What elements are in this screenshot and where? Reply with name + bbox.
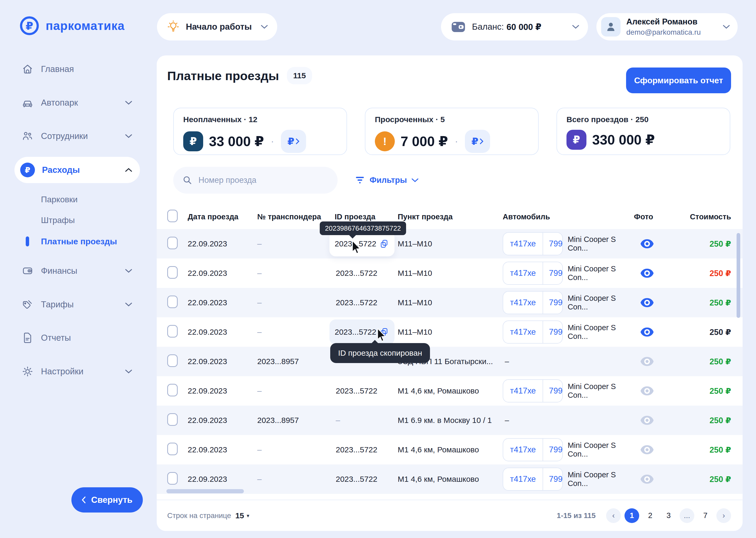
page-button-1[interactable]: 1 (625, 508, 639, 523)
cell-date: 22.09.2023 (186, 386, 255, 395)
chevron-down-icon (412, 178, 418, 182)
column-header-price[interactable]: Стоимость (688, 213, 731, 221)
cell-date: 22.09.2023 (186, 328, 255, 337)
photo-eye-icon[interactable] (640, 472, 654, 486)
sidebar-item-settings[interactable]: Настройки (15, 358, 140, 385)
cell-point: М1 4,6 км, Ромашково (396, 445, 500, 454)
page-button-2[interactable]: 2 (643, 508, 658, 523)
column-header-transponder[interactable]: № транспондера (255, 213, 333, 221)
cell-trip-id: 2023...5722 (333, 378, 396, 404)
cell-photo (632, 443, 677, 457)
photo-eye-icon[interactable] (640, 443, 654, 457)
table-row[interactable]: 22.09.2023 – 2023...5722 М1 4,6 км, Рома… (157, 435, 743, 464)
car-name: Mini Cooper S Con... (568, 265, 632, 282)
cell-trip-id: 2023...5722 (333, 319, 396, 345)
column-header-trip-id[interactable]: ID проезда (333, 213, 396, 221)
cell-transponder: 2023...8957 (255, 357, 333, 366)
gear-icon (21, 365, 34, 378)
collapse-label: Свернуть (91, 495, 132, 505)
balance-value: 60 000 ₽ (507, 22, 542, 32)
balance-menu[interactable]: Баланс: 60 000 ₽ (441, 13, 588, 40)
row-checkbox[interactable] (167, 296, 178, 308)
column-header-point[interactable]: Пункт проезда (396, 213, 500, 221)
price: 250 ₽ (710, 328, 731, 337)
row-checkbox[interactable] (167, 413, 178, 426)
search-input[interactable] (199, 176, 324, 185)
page-button-‹[interactable]: ‹ (606, 508, 621, 523)
copy-icon[interactable] (379, 239, 389, 249)
lightbulb-icon (166, 20, 180, 34)
wallet-icon (450, 19, 467, 35)
sidebar-item-toll-passages[interactable]: Платные проезды (15, 232, 140, 251)
page-button-7[interactable]: 7 (698, 508, 713, 523)
horizontal-scrollbar[interactable] (166, 489, 244, 493)
chevron-down-icon (125, 134, 132, 138)
parkomatica-app: { "brand": { "name": "паркоматика" }, "h… (0, 0, 756, 538)
row-checkbox[interactable] (167, 384, 178, 397)
photo-eye-icon[interactable] (640, 325, 654, 339)
sidebar-item-label: Расходы (42, 165, 80, 175)
page-button-...[interactable]: ... (680, 508, 694, 523)
vertical-scrollbar[interactable] (736, 233, 740, 318)
table-row[interactable]: 22.09.2023 – 2023...5722 М11–М10 т417хе7… (157, 258, 743, 288)
photo-eye-icon[interactable] (640, 296, 654, 309)
photo-eye-icon[interactable] (640, 355, 654, 368)
sidebar-item-expenses[interactable]: ₽ Расходы (15, 157, 140, 183)
cell-point: М1 4,6 км, Ромашково (396, 386, 500, 395)
user-email: demo@parkomatica.ru (626, 28, 701, 36)
sidebar-item-fleet[interactable]: Автопарк (15, 89, 140, 116)
cell-vehicle: т417хе799 Mini Cooper S Con... (500, 262, 632, 285)
sidebar-item-label: Финансы (41, 266, 77, 276)
cell-transponder: – (255, 239, 333, 248)
column-header-date[interactable]: Дата проезда (186, 213, 255, 221)
page-button-›[interactable]: › (716, 508, 731, 523)
row-checkbox[interactable] (167, 443, 178, 455)
photo-eye-icon[interactable] (640, 237, 654, 250)
user-menu[interactable]: Алексей Романов demo@parkomatica.ru (596, 13, 737, 40)
row-checkbox[interactable] (167, 325, 178, 338)
pay-action-button[interactable]: ₽ (465, 130, 490, 153)
table-row[interactable]: 22.09.2023 2023...8957 – М1 6.9 км. в Мо… (157, 405, 743, 435)
collapse-sidebar-button[interactable]: Свернуть (71, 487, 143, 512)
column-header-photo[interactable]: Фото (632, 213, 677, 221)
sidebar-item-employees[interactable]: Сотрудники (15, 123, 140, 149)
table-row[interactable]: 22.09.2023 – 2023...5722 М11–М10 т417хе7… (157, 229, 743, 258)
sidebar-item-reports[interactable]: Отчеты (15, 325, 140, 351)
stat-label: Всего проездов · 250 (566, 115, 720, 124)
row-checkbox[interactable] (167, 472, 178, 485)
sidebar-item-fines[interactable]: Штрафы (15, 210, 140, 230)
filters-button[interactable]: Фильтры (355, 167, 418, 193)
price: 250 ₽ (710, 298, 731, 307)
sidebar-item-parkings[interactable]: Парковки (15, 189, 140, 209)
stat-card-total: Всего проездов · 250 ₽ 330 000 ₽ (556, 108, 730, 155)
cell-vehicle: т417хе799 Mini Cooper S Con... (500, 232, 632, 255)
table-row[interactable]: 22.09.2023 – 2023...5722 М11–М10 т417хе7… (157, 317, 743, 347)
table-row[interactable]: 22.09.2023 – 2023...5722 М1 4,6 км, Рома… (157, 376, 743, 405)
cell-photo (632, 266, 677, 280)
sidebar-item-home[interactable]: Главная (15, 56, 140, 82)
row-checkbox[interactable] (167, 354, 178, 367)
table-row[interactable]: 22.09.2023 – 2023...5722 М1 4,6 км, Рома… (157, 464, 743, 494)
chevron-left-icon (82, 497, 86, 503)
chevron-down-icon (723, 25, 730, 29)
page-button-3[interactable]: 3 (661, 508, 676, 523)
photo-eye-icon[interactable] (640, 266, 654, 280)
pay-action-button[interactable]: ₽ (281, 130, 306, 153)
sidebar-item-tariffs[interactable]: Тарифы (15, 291, 140, 318)
rows-per-page-value[interactable]: 15 (235, 511, 244, 520)
search-box[interactable] (173, 167, 338, 193)
table-row[interactable]: 22.09.2023 2023...8957 – ЗСД ПВП 11 Бога… (157, 347, 743, 376)
row-checkbox[interactable] (167, 266, 178, 279)
onboarding-menu[interactable]: Начало работы (157, 13, 277, 40)
sidebar-item-finances[interactable]: Финансы (15, 258, 140, 284)
sidebar-subitem-label: Штрафы (41, 215, 75, 225)
generate-report-button[interactable]: Сформировать отчет (626, 68, 731, 93)
select-all-checkbox[interactable] (167, 210, 178, 222)
column-header-vehicle[interactable]: Автомобиль (500, 213, 632, 221)
cell-photo (632, 355, 677, 368)
table-row[interactable]: 22.09.2023 – 2023...5722 М11–М10 т417хе7… (157, 288, 743, 317)
rows-per-page-caret-icon[interactable]: ▾ (247, 512, 249, 519)
row-checkbox[interactable] (167, 237, 178, 249)
photo-eye-icon[interactable] (640, 413, 654, 427)
photo-eye-icon[interactable] (640, 384, 654, 398)
